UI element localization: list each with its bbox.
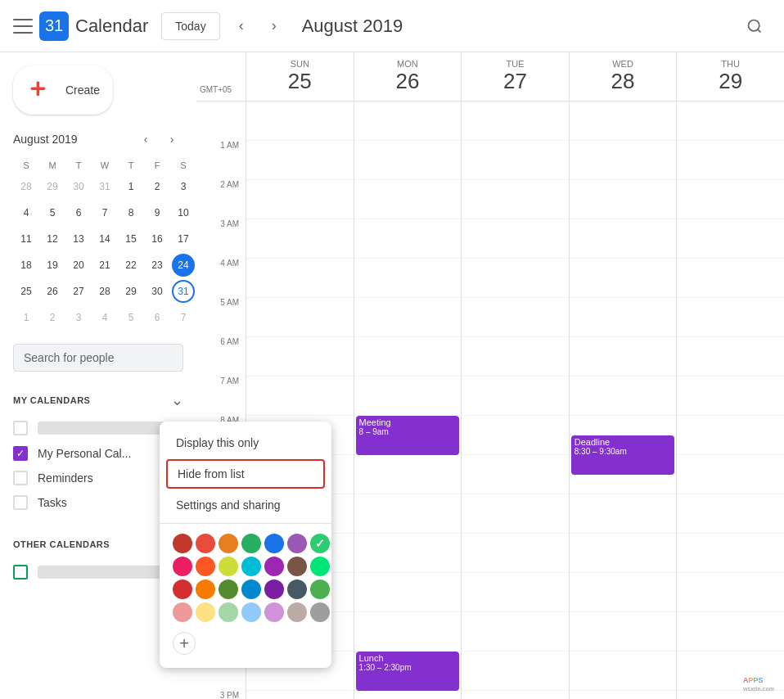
hour-line xyxy=(462,180,569,219)
calendar-checkbox[interactable] xyxy=(13,471,28,485)
mini-day-cell[interactable]: 10 xyxy=(170,200,196,226)
hour-line xyxy=(570,573,677,612)
mini-day-cell[interactable]: 1 xyxy=(118,174,144,200)
calendar-checkbox[interactable] xyxy=(13,446,28,461)
mini-cal-grid: SMTWTFS 28293031123456789101112131415161… xyxy=(13,157,183,331)
hour-line xyxy=(462,101,569,141)
mini-day-cell[interactable]: 24 xyxy=(170,252,196,278)
mini-day-cell[interactable]: 1 xyxy=(13,304,39,331)
sidebar: Create August 2019 ‹ › SMTWTFS 282930311… xyxy=(0,52,196,699)
mini-day-cell[interactable]: 4 xyxy=(13,200,39,226)
color-swatch[interactable] xyxy=(196,557,196,576)
mini-day-cell[interactable]: 3 xyxy=(65,304,92,331)
mini-day-cell[interactable]: 29 xyxy=(118,278,144,304)
mini-day-cell[interactable]: 25 xyxy=(13,278,39,304)
color-swatch[interactable] xyxy=(173,579,192,599)
mini-day-cell[interactable]: 15 xyxy=(118,226,144,252)
mini-next-btn[interactable]: › xyxy=(160,128,183,151)
create-button[interactable]: Create xyxy=(13,65,113,115)
color-swatch[interactable] xyxy=(196,602,196,622)
color-swatch[interactable] xyxy=(173,602,192,622)
hide-from-list-menu-item[interactable]: Hide from list xyxy=(166,459,196,489)
color-swatch[interactable] xyxy=(173,557,192,576)
mini-day-cell[interactable]: 20 xyxy=(65,252,92,278)
calendar-checkbox[interactable] xyxy=(13,495,28,510)
mini-day-cell[interactable]: 2 xyxy=(144,174,170,200)
day-name: THU xyxy=(680,59,781,69)
mini-day-cell[interactable]: 5 xyxy=(118,304,144,331)
my-calendars-header[interactable]: My calendars ⌄ xyxy=(0,385,196,416)
day-number: 25 xyxy=(250,69,350,94)
hour-line xyxy=(462,612,569,652)
color-swatch[interactable] xyxy=(196,534,196,553)
calendar-checkbox[interactable] xyxy=(13,565,28,579)
mini-day-cell[interactable]: 30 xyxy=(144,278,170,304)
mini-day-cell[interactable]: 8 xyxy=(118,200,144,226)
hour-line xyxy=(677,455,784,494)
mini-day-cell[interactable]: 31 xyxy=(170,278,196,304)
mini-day-cell[interactable]: 30 xyxy=(65,174,92,200)
hour-line xyxy=(462,259,569,298)
prev-arrow[interactable]: ‹ xyxy=(227,11,256,41)
mini-day-cell[interactable]: 6 xyxy=(144,304,170,331)
mini-day-cell[interactable]: 13 xyxy=(65,226,92,252)
search-people-input[interactable] xyxy=(13,344,183,372)
mini-day-cell[interactable]: 9 xyxy=(144,200,170,226)
search-button[interactable] xyxy=(738,10,771,43)
mini-day-cell[interactable]: 26 xyxy=(39,278,65,304)
today-button[interactable]: Today xyxy=(161,12,219,40)
calendar-event[interactable]: Deadline8:30 – 9:30am xyxy=(571,435,675,475)
calendar-checkbox[interactable] xyxy=(13,421,28,435)
time-label: 3 AM xyxy=(220,219,239,228)
mini-day-cell[interactable]: 14 xyxy=(92,226,118,252)
color-swatch[interactable] xyxy=(196,579,196,599)
mini-day-cell[interactable]: 6 xyxy=(65,200,92,226)
app-logo: 31 xyxy=(39,11,69,41)
mini-day-cell[interactable]: 4 xyxy=(92,304,118,331)
settings-sharing-menu-item[interactable]: Settings and sharing xyxy=(160,490,196,520)
display-only-menu-item[interactable]: Display this only xyxy=(160,428,196,458)
hour-line xyxy=(354,219,462,259)
mini-day-cell[interactable]: 17 xyxy=(170,226,196,252)
mini-prev-btn[interactable]: ‹ xyxy=(134,128,157,151)
menu-button[interactable] xyxy=(13,16,33,36)
mini-day-cell[interactable]: 29 xyxy=(39,174,65,200)
svg-point-0 xyxy=(749,20,759,30)
mini-day-cell[interactable]: 18 xyxy=(13,252,39,278)
mini-day-cell[interactable]: 7 xyxy=(92,200,118,226)
add-custom-color-button[interactable]: + xyxy=(173,632,196,655)
day-header: WED28 xyxy=(569,52,677,101)
my-calendars-toggle[interactable]: ⌄ xyxy=(171,391,183,409)
mini-day-cell[interactable]: 21 xyxy=(92,252,118,278)
create-label: Create xyxy=(65,83,100,97)
calendar-event[interactable]: Lunch1:30 – 2:30pm xyxy=(356,652,460,691)
mini-day-cell[interactable]: 27 xyxy=(65,278,92,304)
mini-day-cell[interactable]: 3 xyxy=(170,174,196,200)
mini-day-cell[interactable]: 28 xyxy=(13,174,39,200)
day-header: TUE27 xyxy=(461,52,569,101)
day-column: Meeting8 – 9amLunch1:30 – 2:30pm xyxy=(354,101,462,699)
day-number: 28 xyxy=(573,69,674,94)
mini-day-cell[interactable]: 11 xyxy=(13,226,39,252)
mini-day-cell[interactable]: 28 xyxy=(92,278,118,304)
mini-day-cell[interactable]: 7 xyxy=(170,304,196,331)
weekday-header: M xyxy=(39,157,65,174)
calendar-label: My Personal Cal... xyxy=(38,447,169,460)
hour-line xyxy=(677,180,784,219)
mini-day-cell[interactable]: 2 xyxy=(39,304,65,331)
mini-day-cell[interactable]: 19 xyxy=(39,252,65,278)
mini-day-cell[interactable]: 16 xyxy=(144,226,170,252)
next-arrow[interactable]: › xyxy=(259,11,289,41)
hour-line xyxy=(354,180,462,219)
mini-day-cell[interactable]: 23 xyxy=(144,252,170,278)
mini-day-cell[interactable]: 12 xyxy=(39,226,65,252)
current-month-year: August 2019 xyxy=(302,16,738,37)
mini-day-cell[interactable]: 31 xyxy=(92,174,118,200)
mini-day-cell[interactable]: 22 xyxy=(118,252,144,278)
plus-icon xyxy=(26,75,56,105)
mini-day-cell[interactable]: 5 xyxy=(39,200,65,226)
hour-line xyxy=(354,377,462,416)
hour-line xyxy=(570,534,677,573)
color-swatch[interactable] xyxy=(173,534,192,553)
calendar-event[interactable]: Meeting8 – 9am xyxy=(356,416,460,455)
